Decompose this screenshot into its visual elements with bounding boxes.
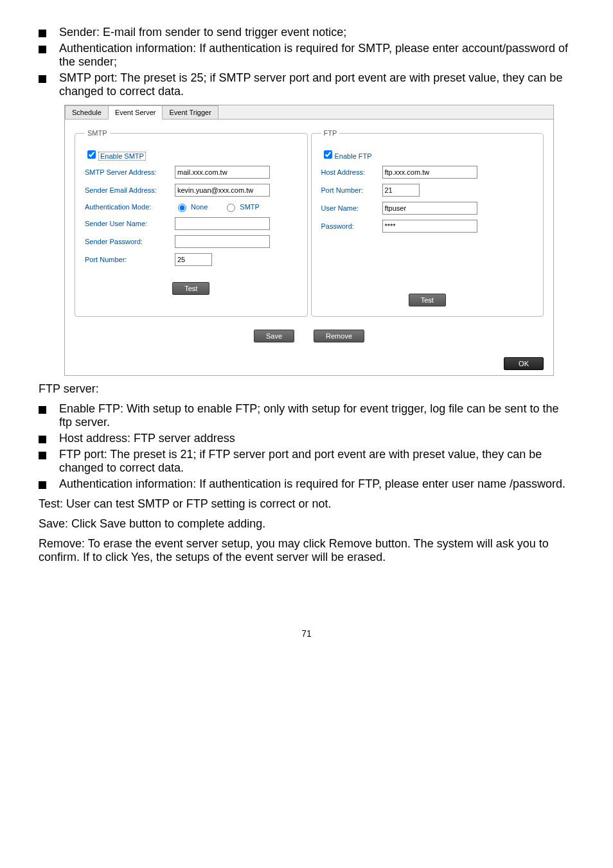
sender-email-input[interactable]: [175, 184, 270, 197]
smtp-server-label: SMTP Server Address:: [85, 168, 175, 176]
ftp-user-input[interactable]: [382, 202, 477, 215]
enable-smtp-checkbox[interactable]: Enable SMTP: [85, 148, 146, 161]
smtp-test-button[interactable]: Test: [172, 282, 209, 295]
smtp-server-input[interactable]: [175, 166, 270, 179]
bullet-text: Authentication information: If authentic…: [59, 42, 574, 69]
bullet-text: Host address: FTP server address: [59, 432, 235, 445]
bullet-text: SMTP port: The preset is 25; if SMTP ser…: [59, 71, 574, 98]
tab-event-trigger[interactable]: Event Trigger: [162, 105, 218, 119]
bullet-icon: [39, 452, 46, 459]
bullet-text: Enable FTP: With setup to enable FTP; on…: [59, 402, 574, 429]
ftp-group: FTP Enable FTP Host Address: Port Number…: [311, 129, 544, 317]
ok-button[interactable]: OK: [504, 357, 544, 370]
tab-bar: Schedule Event Server Event Trigger: [65, 105, 553, 120]
sender-user-label: Sender User Name:: [85, 220, 175, 227]
para-remove: Remove: To erase the event server setup,…: [39, 537, 574, 564]
bullet-icon: [39, 30, 46, 37]
bullet-icon: [39, 406, 46, 414]
ftp-host-label: Host Address:: [321, 168, 382, 176]
sender-pass-label: Sender Password:: [85, 238, 175, 245]
para-test: Test: User can test SMTP or FTP setting …: [39, 497, 574, 511]
bullet-icon: [39, 75, 46, 83]
sender-pass-input[interactable]: [175, 235, 270, 248]
smtp-legend: SMTP: [85, 129, 110, 137]
smtp-port-input[interactable]: [175, 253, 212, 266]
bullet-text: FTP port: The preset is 21; if FTP serve…: [59, 448, 574, 475]
top-bullet-list: Sender: E-mail from sender to send trigg…: [39, 26, 574, 98]
sender-email-label: Sender Email Address:: [85, 186, 175, 194]
settings-dialog: Schedule Event Server Event Trigger SMTP…: [64, 105, 554, 376]
ftp-host-input[interactable]: [382, 166, 477, 179]
auth-none-radio[interactable]: None: [175, 202, 208, 212]
remove-button[interactable]: Remove: [314, 330, 364, 342]
ftp-bullet-list: Enable FTP: With setup to enable FTP; on…: [39, 402, 574, 491]
bullet-icon: [39, 481, 46, 489]
ftp-server-heading: FTP server:: [39, 382, 574, 396]
smtp-port-label: Port Number:: [85, 256, 175, 263]
ftp-user-label: User Name:: [321, 204, 382, 212]
bullet-icon: [39, 436, 46, 443]
smtp-group: SMTP Enable SMTP SMTP Server Address: Se…: [75, 129, 308, 317]
sender-user-input[interactable]: [175, 217, 270, 230]
bullet-text: Sender: E-mail from sender to send trigg…: [59, 26, 346, 39]
page-number: 71: [39, 628, 574, 639]
ftp-pass-label: Password:: [321, 222, 382, 230]
auth-mode-label: Authentication Mode:: [85, 203, 175, 211]
bullet-icon: [39, 46, 46, 53]
save-button[interactable]: Save: [254, 330, 294, 342]
tab-event-server[interactable]: Event Server: [108, 105, 163, 120]
para-save: Save: Click Save button to complete addi…: [39, 517, 574, 531]
auth-smtp-radio[interactable]: SMTP: [224, 202, 260, 212]
ftp-port-label: Port Number:: [321, 186, 382, 194]
ftp-test-button[interactable]: Test: [409, 294, 446, 306]
ftp-legend: FTP: [321, 129, 340, 137]
enable-ftp-checkbox[interactable]: Enable FTP: [321, 148, 372, 161]
bullet-text: Authentication information: If authentic…: [59, 477, 565, 491]
tab-schedule[interactable]: Schedule: [65, 105, 109, 119]
ftp-port-input[interactable]: [382, 184, 420, 197]
ftp-pass-input[interactable]: [382, 220, 477, 233]
